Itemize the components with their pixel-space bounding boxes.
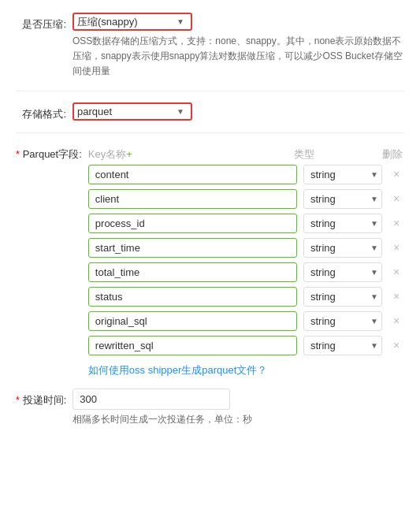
type-select-wrap-process-id: stringintlong ▼ bbox=[303, 214, 382, 233]
table-row: stringintlong ▼ × bbox=[88, 262, 404, 282]
key-input-process-id[interactable] bbox=[88, 214, 297, 233]
delete-btn-client[interactable]: × bbox=[388, 192, 404, 205]
parquet-label: Parquet字段: bbox=[16, 144, 88, 162]
type-select-wrap-rewritten-sql: stringintlong ▼ bbox=[303, 336, 382, 355]
delivery-row: 投递时间: 相隔多长时间生成一次投递任务，单位：秒 bbox=[16, 389, 404, 426]
delete-btn-original-sql[interactable]: × bbox=[388, 314, 404, 327]
delivery-hint: 相隔多长时间生成一次投递任务，单位：秒 bbox=[72, 413, 252, 426]
type-select-wrap-total-time: stringintlong ▼ bbox=[303, 262, 382, 282]
type-select-wrap-original-sql: stringintlong ▼ bbox=[303, 311, 382, 331]
parquet-help-link[interactable]: 如何使用oss shipper生成parquet文件？ bbox=[88, 363, 268, 377]
format-label: 存储格式: bbox=[16, 102, 72, 121]
type-select-wrap-content: stringintlong ▼ bbox=[303, 165, 382, 184]
table-row: stringintlong ▼ × bbox=[88, 214, 404, 233]
divider-2 bbox=[16, 132, 404, 133]
key-input-start-time[interactable] bbox=[88, 238, 297, 258]
compression-row: 是否压缩: 不压缩(none) 压缩(snappy) ▼ OSS数据存储的压缩方… bbox=[16, 13, 404, 80]
type-select-content[interactable]: stringintlong bbox=[304, 165, 381, 184]
delete-btn-content[interactable]: × bbox=[388, 168, 404, 180]
type-select-start-time[interactable]: stringintlong bbox=[304, 239, 381, 257]
format-control: parquet json csv ▼ bbox=[72, 102, 404, 121]
delivery-control: 相隔多长时间生成一次投递任务，单位：秒 bbox=[72, 389, 252, 426]
compression-select[interactable]: 不压缩(none) 压缩(snappy) bbox=[77, 16, 188, 28]
format-select-wrapper: parquet json csv ▼ bbox=[77, 106, 188, 117]
compression-select-wrapper: 不压缩(none) 压缩(snappy) ▼ bbox=[77, 16, 188, 28]
table-row: stringintlong ▼ × bbox=[88, 165, 404, 184]
type-select-original-sql[interactable]: stringintlong bbox=[304, 312, 381, 330]
format-select-box: parquet json csv ▼ bbox=[72, 102, 192, 121]
parquet-table-header: Key名称+ 类型 删除 bbox=[88, 144, 404, 165]
delivery-label: 投递时间: bbox=[16, 389, 72, 407]
key-input-total-time[interactable] bbox=[88, 262, 297, 282]
delete-btn-start-time[interactable]: × bbox=[388, 241, 404, 254]
table-row: stringintlong ▼ × bbox=[88, 287, 404, 307]
compression-control: 不压缩(none) 压缩(snappy) ▼ OSS数据存储的压缩方式，支持：n… bbox=[72, 13, 404, 80]
format-select[interactable]: parquet json csv bbox=[77, 106, 188, 117]
type-select-status[interactable]: stringintlong bbox=[304, 288, 381, 306]
key-input-content[interactable] bbox=[88, 165, 297, 184]
type-select-rewritten-sql[interactable]: stringintlong bbox=[304, 337, 381, 355]
parquet-header-type: 类型 bbox=[294, 147, 381, 162]
type-select-wrap-start-time: stringintlong ▼ bbox=[303, 238, 382, 258]
compression-select-box: 不压缩(none) 压缩(snappy) ▼ bbox=[72, 13, 192, 31]
delete-btn-process-id[interactable]: × bbox=[388, 217, 404, 229]
type-select-wrap-status: stringintlong ▼ bbox=[303, 287, 382, 307]
type-select-total-time[interactable]: stringintlong bbox=[304, 263, 381, 281]
add-key-icon[interactable]: + bbox=[126, 148, 132, 160]
delete-btn-rewritten-sql[interactable]: × bbox=[388, 339, 404, 351]
delivery-input[interactable] bbox=[72, 389, 230, 410]
parquet-table: Key名称+ 类型 删除 stringintlong ▼ × stringint… bbox=[88, 144, 404, 377]
delete-btn-total-time[interactable]: × bbox=[388, 266, 404, 278]
table-row: stringintlong ▼ × bbox=[88, 238, 404, 258]
type-select-process-id[interactable]: stringintlong bbox=[304, 214, 381, 232]
parquet-header-key: Key名称+ bbox=[88, 147, 294, 162]
compression-hint: OSS数据存储的压缩方式，支持：none、snappy。其中，none表示原始数… bbox=[72, 34, 404, 80]
key-input-original-sql[interactable] bbox=[88, 311, 297, 331]
delete-btn-status[interactable]: × bbox=[388, 290, 404, 303]
compression-label: 是否压缩: bbox=[16, 13, 72, 32]
table-row: stringintlong ▼ × bbox=[88, 189, 404, 209]
type-select-wrap-client: stringintlong ▼ bbox=[303, 189, 382, 209]
table-row: stringintlong ▼ × bbox=[88, 311, 404, 331]
parquet-header-delete: 删除 bbox=[381, 147, 404, 162]
key-input-rewritten-sql[interactable] bbox=[88, 336, 297, 355]
key-input-client[interactable] bbox=[88, 189, 297, 209]
table-row: stringintlong ▼ × bbox=[88, 336, 404, 355]
key-input-status[interactable] bbox=[88, 287, 297, 307]
type-select-client[interactable]: stringintlong bbox=[304, 190, 381, 208]
format-row: 存储格式: parquet json csv ▼ bbox=[16, 102, 404, 121]
divider-1 bbox=[16, 91, 404, 91]
parquet-section: Parquet字段: Key名称+ 类型 删除 stringintlong ▼ … bbox=[16, 144, 404, 377]
